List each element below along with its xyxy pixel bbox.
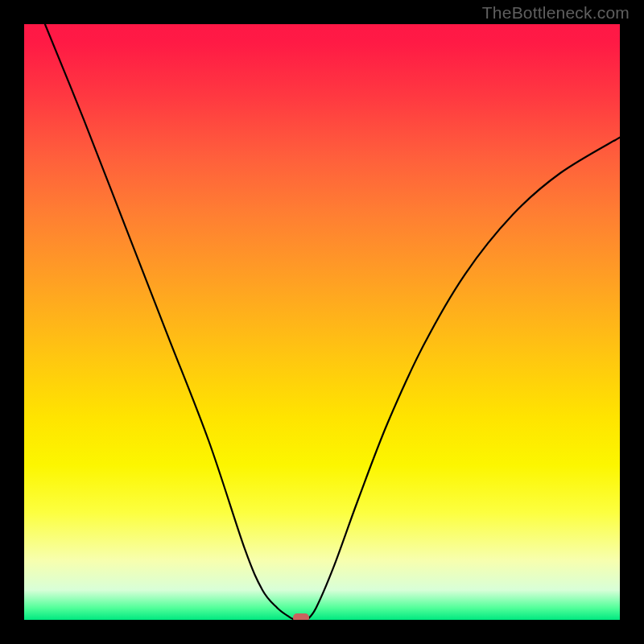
watermark-text: TheBottleneck.com [482, 3, 630, 23]
curve-right-branch [308, 138, 621, 620]
plot-area [24, 24, 620, 620]
minimum-marker [293, 613, 309, 620]
curve-left-branch [45, 24, 295, 620]
bottleneck-curve [24, 24, 620, 620]
